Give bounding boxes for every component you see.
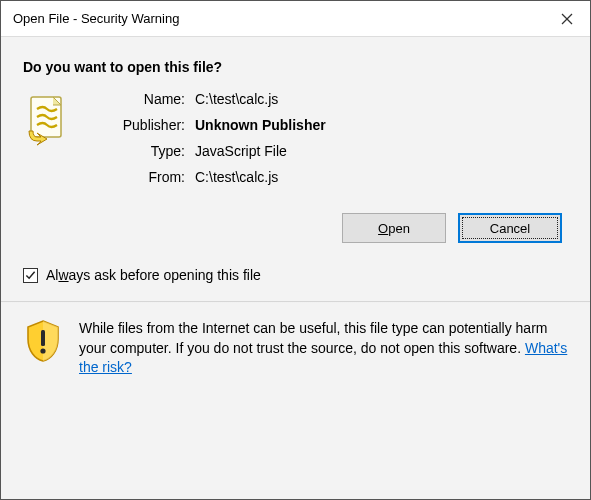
window-title: Open File - Security Warning <box>13 11 544 26</box>
from-label: From: <box>95 169 185 185</box>
from-value: C:\test\calc.js <box>195 169 326 185</box>
svg-rect-3 <box>41 330 45 346</box>
warning-footer: While files from the Internet can be use… <box>1 303 590 396</box>
name-label: Name: <box>95 91 185 107</box>
dialog-content: Do you want to open this file? Name: C:\… <box>1 37 590 499</box>
publisher-label: Publisher: <box>95 117 185 133</box>
shield-warning-icon <box>23 319 63 363</box>
warning-text: While files from the Internet can be use… <box>79 319 568 378</box>
file-info: Name: C:\test\calc.js Publisher: Unknown… <box>1 91 590 185</box>
titlebar: Open File - Security Warning <box>1 1 590 37</box>
always-ask-row: Always ask before opening this file <box>1 243 590 301</box>
always-ask-label[interactable]: Always ask before opening this file <box>46 267 261 283</box>
file-properties: Name: C:\test\calc.js Publisher: Unknown… <box>95 91 326 185</box>
type-value: JavaScript File <box>195 143 326 159</box>
close-button[interactable] <box>544 1 590 37</box>
publisher-value: Unknown Publisher <box>195 117 326 133</box>
always-ask-checkbox[interactable] <box>23 268 38 283</box>
button-row: Open Cancel <box>1 185 590 243</box>
open-button[interactable]: Open <box>342 213 446 243</box>
type-label: Type: <box>95 143 185 159</box>
svg-point-4 <box>40 348 45 353</box>
cancel-button[interactable]: Cancel <box>458 213 562 243</box>
script-file-icon <box>23 93 71 153</box>
name-value: C:\test\calc.js <box>195 91 326 107</box>
prompt-heading: Do you want to open this file? <box>1 37 590 91</box>
check-icon <box>25 270 36 281</box>
close-icon <box>561 13 573 25</box>
